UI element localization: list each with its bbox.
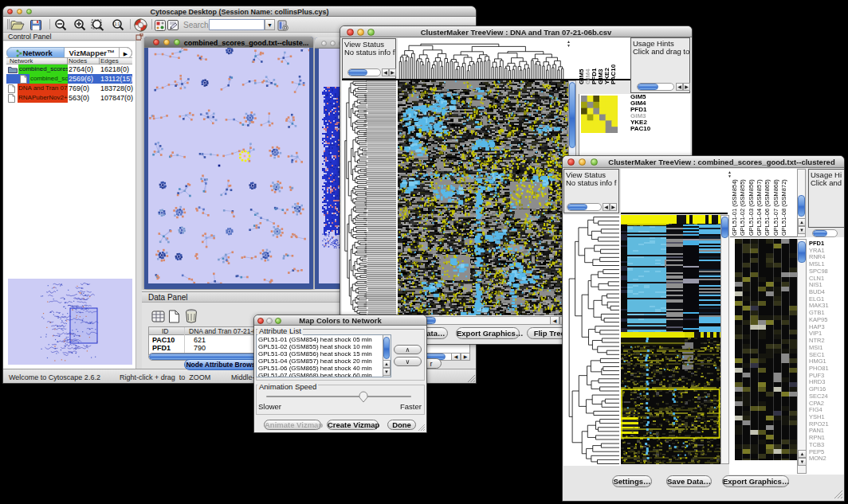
svg-text:1:1: 1:1 (115, 21, 120, 26)
